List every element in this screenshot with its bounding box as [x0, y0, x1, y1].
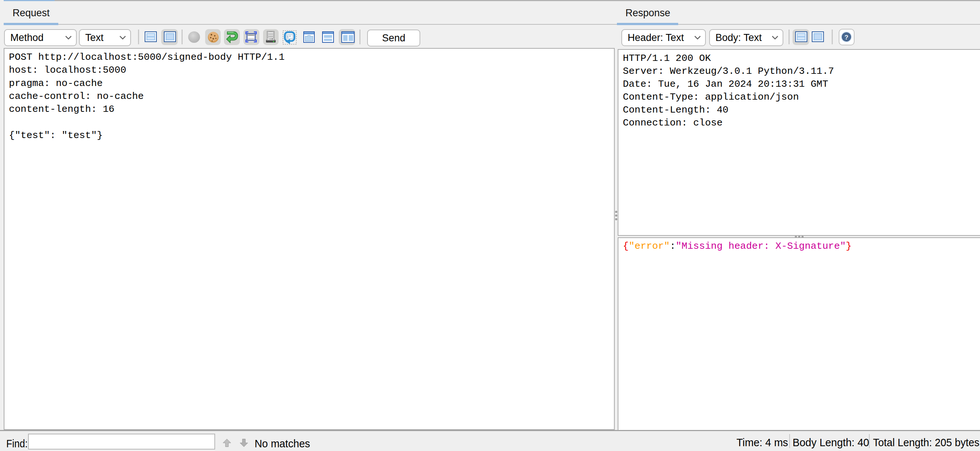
svg-text:?: ? — [845, 34, 848, 41]
